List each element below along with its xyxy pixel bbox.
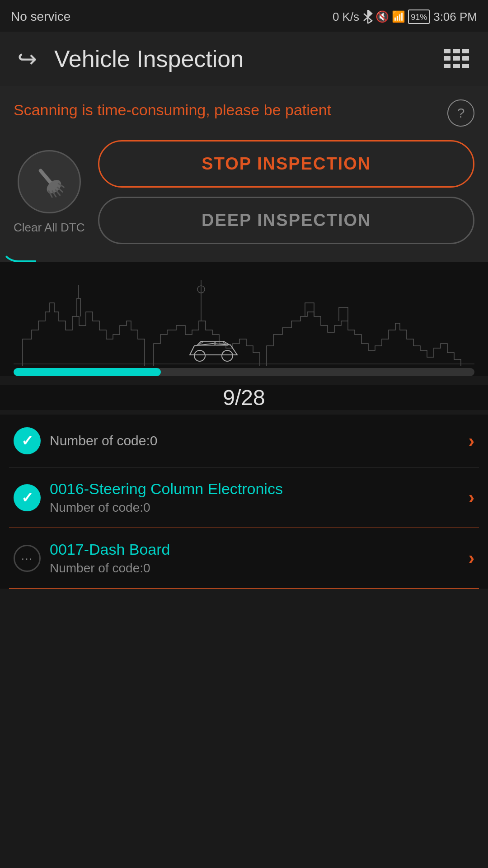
result-content: Number of code:0 [50,433,469,448]
code-count-text: Number of code:0 [50,561,150,575]
svg-line-2 [364,17,368,21]
deep-inspection-button[interactable]: DEEP INSPECTION [98,197,474,244]
results-list: ✓ Number of code:0 › ✓ 0016-Steering Col… [0,415,488,589]
svg-line-1 [364,14,368,17]
back-arrow-icon: ↩ [17,45,37,72]
list-item[interactable]: ✓ 0016-Steering Column Electronics Numbe… [9,467,479,528]
stop-inspection-button[interactable]: STOP INSPECTION [98,140,474,188]
wifi-icon: 📶 [392,10,405,23]
grid-menu-button[interactable] [438,41,474,77]
chevron-right-icon: › [469,431,474,451]
status-bar: No service 0 K/s 🔇 📶 91% 3:06 PM [0,0,488,32]
broom-icon [31,164,67,200]
speed-indicator: 0 K/s [333,10,359,24]
status-right: 0 K/s 🔇 📶 91% 3:06 PM [333,9,477,24]
svg-point-14 [222,350,233,361]
status-check-icon: ✓ [14,484,41,511]
result-content: 0017-Dash Board Number of code:0 [50,541,469,576]
chevron-right-icon: › [469,487,474,508]
city-skyline-svg [14,276,474,366]
action-row: Clear All DTC STOP INSPECTION DEEP INSPE… [14,140,474,244]
loading-dots-icon: ··· [21,552,33,565]
mute-icon: 🔇 [375,10,389,23]
progress-bar-background [14,368,474,376]
inspection-buttons: STOP INSPECTION DEEP INSPECTION [98,140,474,244]
clock: 3:06 PM [433,10,477,24]
no-service-text: No service [11,9,70,24]
scan-notice-text: Scanning is time-consuming, please be pa… [14,99,331,121]
chevron-right-icon: › [469,548,474,568]
status-loading-icon: ··· [14,545,41,572]
checkmark-icon: ✓ [21,432,33,449]
result-content: 0016-Steering Column Electronics Number … [50,480,469,515]
result-title-text: 0017-Dash Board [50,541,469,558]
result-title-text: 0016-Steering Column Electronics [50,480,469,498]
svg-line-7 [56,190,60,195]
city-section [0,262,488,368]
bluetooth-icon [363,10,373,24]
back-button[interactable]: ↩ [9,41,45,77]
clear-dtc-button[interactable] [18,150,81,213]
app-header: ↩ Vehicle Inspection [0,32,488,86]
status-check-icon: ✓ [14,427,41,454]
system-icons: 🔇 📶 91% [363,9,430,24]
progress-count: 9/28 [14,385,474,410]
scan-notice-row: Scanning is time-consuming, please be pa… [14,99,474,127]
svg-point-13 [194,350,205,361]
clear-dtc-section: Clear All DTC [14,150,84,235]
code-count-text: Number of code:0 [50,500,150,514]
progress-bar-fill [14,368,161,376]
code-count-text: Number of code:0 [50,433,157,448]
help-button[interactable]: ? [447,99,474,127]
battery-icon: 91% [408,9,430,24]
list-item[interactable]: ✓ Number of code:0 › [9,415,479,467]
grid-icon [444,49,469,69]
top-section: Scanning is time-consuming, please be pa… [0,86,488,262]
list-item[interactable]: ··· 0017-Dash Board Number of code:0 › [9,528,479,589]
progress-container [0,368,488,376]
help-icon: ? [457,105,465,121]
checkmark-icon: ✓ [21,489,33,506]
clear-dtc-label: Clear All DTC [14,221,84,235]
page-title: Vehicle Inspection [54,45,438,72]
